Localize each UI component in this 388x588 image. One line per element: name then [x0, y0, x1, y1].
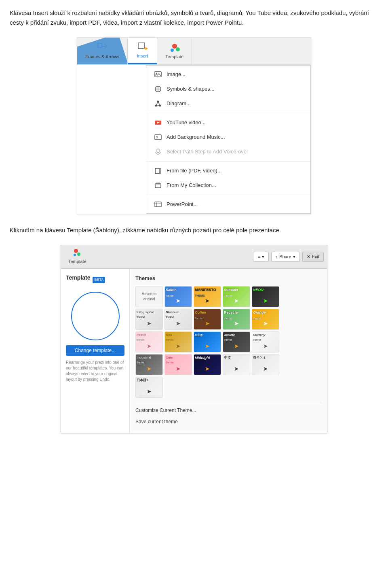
from-collection-label: From My Collection... — [167, 181, 216, 189]
theme-sailor[interactable]: Sailortheme ➤ — [164, 286, 192, 307]
svg-line-15 — [156, 102, 158, 106]
template-btn[interactable]: Template — [157, 38, 192, 64]
menu-from-collection[interactable]: From My Collection... — [146, 178, 310, 193]
insert-label: Insert — [137, 53, 148, 59]
tpl-content: Themes Revert to original — [130, 269, 327, 433]
exit-icon: ✕ — [307, 253, 310, 260]
svg-point-4 — [172, 44, 177, 49]
frames-icon — [96, 42, 109, 53]
theme-midnight[interactable]: Midnight ➤ — [194, 354, 221, 375]
svg-rect-23 — [155, 168, 159, 174]
svg-rect-1 — [138, 43, 145, 49]
tpl-exit-label: Exit — [312, 253, 319, 260]
image-icon — [154, 70, 162, 79]
theme-chinese[interactable]: 中文 ➤ — [223, 354, 250, 375]
themes-title: Themes — [135, 274, 321, 282]
svg-rect-0 — [98, 43, 102, 47]
theme-korean[interactable]: 한국어 1 ➤ — [252, 354, 279, 375]
svg-rect-21 — [157, 149, 159, 153]
svg-point-6 — [171, 49, 174, 52]
revert-label: Revert to original — [137, 291, 161, 302]
theme-pastel[interactable]: Pasteltheme ➤ — [135, 331, 163, 352]
theme-neon[interactable]: NEON ➤ — [252, 286, 279, 307]
menu-symbols[interactable]: Symbols & shapes... — [146, 82, 310, 96]
symbols-icon — [154, 85, 162, 93]
template-icon — [168, 42, 181, 53]
template-screenshot: Template ≡ ▾ ↑ Share ▾ ✕ Exit — [10, 245, 378, 433]
background-music-label: Add Background Music... — [167, 133, 225, 141]
tpl-share-label: Share — [279, 253, 291, 260]
youtube-icon — [154, 118, 162, 127]
svg-point-29 — [74, 249, 78, 253]
voiceover-icon — [154, 147, 162, 156]
insert-menu-screenshot: Frames & Arrows Insert — [10, 37, 378, 214]
frames-arrows-btn[interactable]: Frames & Arrows — [77, 38, 128, 64]
insert-btn[interactable]: Insert — [128, 38, 157, 64]
theme-goa[interactable]: Goatheme ➤ — [164, 331, 192, 352]
mid-paragraph: Kliknutím na klávesu Template (Šablony),… — [10, 225, 378, 235]
diagram-icon — [154, 99, 162, 108]
theme-athlete[interactable]: Athletetheme ➤ — [223, 331, 250, 352]
tpl-exit-btn[interactable]: ✕ Exit — [302, 252, 324, 262]
svg-line-16 — [158, 102, 160, 106]
music-icon — [154, 133, 162, 142]
theme-blue[interactable]: Blue ➤ — [194, 331, 221, 352]
powerpoint-label: PowerPoint... — [167, 200, 198, 208]
svg-rect-26 — [155, 202, 161, 207]
menu-icon: ≡ — [257, 253, 260, 260]
tpl-template-btn[interactable]: Template — [64, 247, 91, 267]
tpl-toolbar: Template ≡ ▾ ↑ Share ▾ ✕ Exit — [61, 245, 327, 269]
voiceover-label: Select Path Step to Add Voice-over — [167, 148, 248, 156]
theme-manifesto[interactable]: MANIFESTOTheme ➤ — [194, 286, 221, 307]
tpl-sidebar: Template BETA Change template... Rearran… — [61, 269, 130, 433]
theme-japanese[interactable]: 日本語1 ➤ — [135, 377, 163, 398]
theme-industrial[interactable]: Industrialtheme ➤ — [135, 354, 163, 375]
customize-theme-link[interactable]: Customize Current Theme... — [135, 405, 321, 416]
theme-infographic[interactable]: Infographictheme ➤ — [135, 309, 163, 330]
image-label: Image... — [167, 70, 186, 79]
from-file-label: From file (PDF, video)... — [167, 167, 222, 175]
powerpoint-icon — [154, 200, 162, 209]
theme-summer[interactable]: Summertheme ➤ — [223, 286, 250, 307]
tpl-menu-arrow: ▾ — [262, 253, 264, 260]
menu-powerpoint[interactable]: PowerPoint... — [146, 197, 310, 212]
change-template-btn[interactable]: Change template... — [66, 345, 124, 356]
share-arrow: ▾ — [293, 253, 295, 260]
insert-icon — [136, 41, 149, 53]
menu-youtube[interactable]: YouTube video... — [146, 115, 310, 130]
save-theme-link[interactable]: Save current theme — [135, 416, 321, 427]
symbols-label: Symbols & shapes... — [167, 85, 215, 93]
tpl-links: Customize Current Theme... Save current … — [135, 402, 321, 427]
intro-paragraph: Klávesa Insert slouží k rozbalení nabídk… — [10, 8, 378, 28]
tpl-sidebar-desc: Rearrange your prezi into one of our bea… — [66, 360, 124, 382]
tpl-menu-btn[interactable]: ≡ ▾ — [253, 252, 268, 262]
theme-coffee[interactable]: Coffeetheme ➤ — [194, 309, 221, 330]
tpl-sidebar-title: Template — [66, 274, 90, 282]
themes-grid: Revert to original Sailortheme ➤ — [135, 286, 321, 398]
collection-icon — [154, 181, 162, 190]
theme-cute[interactable]: Cutetheme ➤ — [164, 354, 192, 375]
theme-discreet[interactable]: Discreettheme ➤ — [164, 309, 192, 330]
beta-badge: BETA — [93, 277, 105, 283]
theme-sketchy[interactable]: Sketchytheme ➤ — [252, 331, 279, 352]
svg-point-5 — [176, 47, 180, 51]
theme-orange[interactable]: Orangetheme ➤ — [252, 309, 279, 330]
share-icon: ↑ — [276, 253, 278, 260]
svg-rect-20 — [155, 135, 161, 140]
diagram-label: Diagram... — [167, 100, 191, 108]
tpl-template-label: Template — [68, 258, 86, 265]
svg-rect-7 — [155, 72, 161, 77]
tpl-share-btn[interactable]: ↑ Share ▾ — [271, 252, 300, 262]
svg-point-30 — [77, 253, 80, 256]
frames-label: Frames & Arrows — [85, 53, 119, 60]
file-icon — [154, 166, 162, 175]
menu-diagram[interactable]: Diagram... — [146, 96, 310, 111]
menu-image[interactable]: Image... — [146, 67, 310, 82]
theme-recycle[interactable]: Recycletheme ➤ — [223, 309, 250, 330]
menu-voiceover: Select Path Step to Add Voice-over — [146, 144, 310, 159]
tpl-preview-circle — [71, 292, 120, 340]
theme-revert[interactable]: Revert to original — [135, 286, 163, 307]
menu-from-file[interactable]: From file (PDF, video)... — [146, 163, 310, 178]
youtube-label: YouTube video... — [167, 119, 206, 127]
menu-background-music[interactable]: Add Background Music... — [146, 130, 310, 144]
